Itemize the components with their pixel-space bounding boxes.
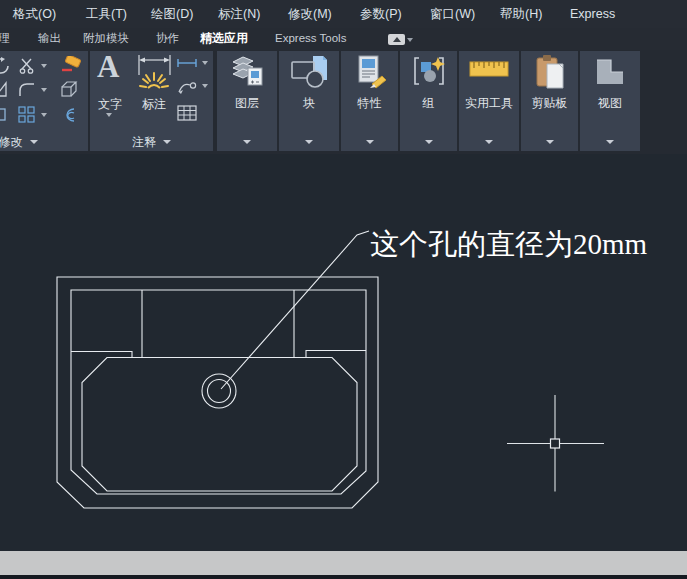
tab-collaborate[interactable]: 协作	[156, 28, 179, 50]
utilities-label[interactable]: 实用工具	[459, 95, 519, 112]
clipboard-label[interactable]: 剪贴板	[521, 95, 578, 112]
ledge-step-right	[306, 351, 366, 358]
explode-box-icon[interactable]	[60, 80, 78, 98]
sink-inner-outline	[71, 290, 366, 494]
group-panel-expand[interactable]	[400, 133, 457, 151]
panel-view: 视图	[580, 51, 640, 151]
annotate-panel-title[interactable]: 注释	[90, 133, 213, 151]
array-icon[interactable]	[18, 106, 36, 123]
text-button-label[interactable]: 文字	[90, 96, 130, 113]
panel-layers: 图层	[217, 51, 277, 151]
block-expand-icon	[305, 140, 313, 144]
tab-addins[interactable]: 附加模块	[83, 28, 129, 50]
view-label[interactable]: 视图	[580, 95, 640, 112]
menu-window[interactable]: 窗口(W)	[430, 0, 475, 28]
panel-block: 块	[279, 51, 339, 151]
modify-panel-label: 修改	[0, 133, 23, 151]
autocad-window: { "menu_bar": { "items": ["格式(O)", "工具(T…	[0, 0, 687, 579]
mirror-icon[interactable]	[0, 81, 8, 98]
block-icon[interactable]	[279, 54, 339, 90]
modify-panel-expand-icon	[30, 140, 38, 144]
view-icon[interactable]	[580, 57, 640, 87]
array-dropdown-icon[interactable]	[41, 113, 47, 117]
properties-panel-expand[interactable]	[341, 133, 398, 151]
ribbon-minimize-dropdown-icon[interactable]	[407, 38, 413, 42]
properties-expand-icon	[366, 140, 374, 144]
basin-outline	[82, 358, 357, 492]
linear-dimension-icon[interactable]	[176, 58, 198, 68]
view-panel-expand[interactable]	[580, 133, 640, 151]
crosshair-cursor	[507, 395, 604, 492]
group-label[interactable]: 组	[400, 95, 457, 112]
tab-output[interactable]: 输出	[38, 28, 61, 50]
clipboard-expand-icon	[546, 140, 554, 144]
table-icon[interactable]	[177, 105, 197, 121]
menu-help[interactable]: 帮助(H)	[500, 0, 542, 28]
menu-modify[interactable]: 修改(M)	[288, 0, 332, 28]
layers-expand-icon	[243, 140, 251, 144]
layers-label[interactable]: 图层	[217, 95, 277, 112]
sink-outer-outline	[57, 277, 378, 508]
utilities-expand-icon	[485, 140, 493, 144]
block-panel-expand[interactable]	[279, 133, 339, 151]
pickbox	[551, 439, 560, 448]
erase-icon[interactable]	[60, 56, 82, 74]
leader-line	[221, 231, 369, 389]
menu-express[interactable]: Express	[570, 0, 615, 28]
menu-draw[interactable]: 绘图(D)	[151, 0, 193, 28]
ribbon-tab-bar: 管理 输出 附加模块 协作 精选应用 Express Tools	[0, 28, 687, 50]
menu-dimension[interactable]: 标注(N)	[218, 0, 260, 28]
panel-modify: 修改	[0, 51, 88, 151]
text-icon[interactable]: A	[97, 54, 119, 80]
annotation-text: 这个孔的直径为20mm	[370, 228, 648, 260]
trim-dropdown-icon[interactable]	[41, 64, 47, 68]
tab-express-tools[interactable]: Express Tools	[275, 28, 346, 50]
trim-scissors-icon[interactable]	[19, 57, 35, 75]
tab-featured-apps[interactable]: 精选应用	[200, 28, 248, 50]
annotate-panel-label: 注释	[132, 133, 156, 151]
cad-drawing: 这个孔的直径为20mm	[0, 154, 687, 551]
leader-dropdown-icon[interactable]	[202, 84, 208, 88]
menu-bar: 格式(O) 工具(T) 绘图(D) 标注(N) 修改(M) 参数(P) 窗口(W…	[0, 0, 687, 29]
text-dropdown-icon[interactable]	[106, 113, 112, 117]
block-label[interactable]: 块	[279, 95, 339, 112]
clipboard-panel-expand[interactable]	[521, 133, 578, 151]
ledge-step-left	[71, 352, 132, 358]
panel-clipboard: 剪贴板	[521, 51, 578, 151]
modify-panel-title[interactable]: 修改	[0, 133, 88, 151]
panel-properties: 特性	[341, 51, 398, 151]
dimension-button-label[interactable]: 标注	[130, 96, 178, 113]
menu-tools[interactable]: 工具(T)	[86, 0, 127, 28]
fillet-icon[interactable]	[18, 81, 36, 98]
annotate-panel-expand-icon	[163, 140, 171, 144]
linear-dim-dropdown-icon[interactable]	[202, 61, 208, 65]
tab-manage[interactable]: 管理	[0, 28, 10, 50]
bottom-toolbar-area	[0, 551, 687, 575]
layers-panel-expand[interactable]	[217, 133, 277, 151]
up-arrow-icon	[393, 37, 401, 42]
dimension-icon[interactable]	[136, 54, 173, 95]
menu-format[interactable]: 格式(O)	[13, 0, 56, 28]
panel-group: 组	[400, 51, 457, 151]
group-expand-icon	[425, 140, 433, 144]
bottom-edge	[0, 575, 687, 579]
drawing-canvas[interactable]: 这个孔的直径为20mm	[0, 154, 687, 551]
properties-icon[interactable]	[341, 54, 398, 90]
view-expand-icon	[606, 140, 614, 144]
clipboard-icon[interactable]	[521, 54, 578, 91]
utilities-panel-expand[interactable]	[459, 133, 519, 151]
properties-label[interactable]: 特性	[341, 95, 398, 112]
group-icon[interactable]	[400, 54, 457, 90]
rotate-icon[interactable]	[0, 57, 10, 75]
leader-icon[interactable]	[176, 79, 198, 94]
panel-annotate: A 文字 标注 注释	[90, 51, 213, 151]
fillet-dropdown-icon[interactable]	[41, 88, 47, 92]
menu-parametric[interactable]: 参数(P)	[360, 0, 402, 28]
ribbon-minimize-button[interactable]	[388, 34, 405, 45]
stretch-icon[interactable]	[0, 106, 6, 123]
measure-ruler-icon[interactable]	[459, 59, 519, 81]
panel-utilities: 实用工具	[459, 51, 519, 151]
ribbon: 修改 A 文字 标注	[0, 50, 687, 154]
offset-icon[interactable]	[60, 106, 78, 123]
layers-icon[interactable]	[217, 54, 277, 91]
